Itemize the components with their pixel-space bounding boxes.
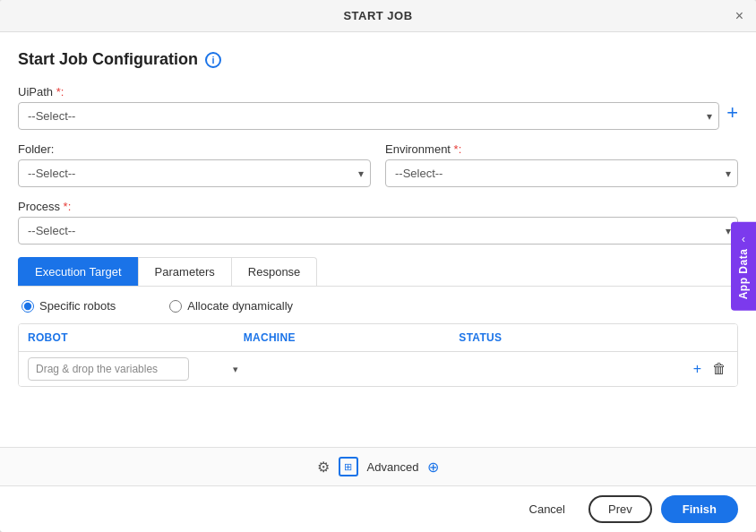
- drag-drop-select[interactable]: Drag & drop the variables: [28, 357, 189, 381]
- tab-parameters[interactable]: Parameters: [138, 257, 232, 286]
- table-header: ROBOT MACHINE STATUS: [19, 324, 737, 352]
- uipath-add-button[interactable]: +: [726, 101, 738, 130]
- drag-drop-select-wrapper: Drag & drop the variables ▾: [28, 357, 244, 381]
- folder-environment-row: Folder: --Select-- ▾ Environment *: --Se…: [18, 142, 738, 187]
- advanced-plus-icon[interactable]: ⊕: [427, 459, 439, 476]
- side-panel-label: App Data: [737, 249, 750, 300]
- tab-execution-target[interactable]: Execution Target: [18, 257, 139, 286]
- app-data-side-panel[interactable]: ‹ App Data: [731, 222, 756, 311]
- gear-icon: ⚙: [317, 459, 330, 476]
- process-select-wrapper: --Select-- ▾: [18, 217, 738, 245]
- process-form-group: Process *: --Select-- ▾: [18, 200, 738, 245]
- modal-footer: Cancel Prev Finish: [0, 485, 756, 532]
- allocate-dynamically-radio[interactable]: [169, 300, 182, 313]
- process-label: Process *:: [18, 200, 738, 213]
- allocate-dynamically-label: Allocate dynamically: [187, 299, 293, 313]
- table-row: Drag & drop the variables ▾ + 🗑: [19, 352, 737, 386]
- cancel-button[interactable]: Cancel: [515, 496, 580, 522]
- environment-label: Environment *:: [385, 142, 738, 156]
- table-header-status: STATUS: [459, 331, 674, 344]
- advanced-label: Advanced: [367, 460, 419, 474]
- finish-button[interactable]: Finish: [661, 495, 738, 523]
- advanced-bar: ⚙ ⊞ Advanced ⊕: [0, 447, 756, 485]
- drag-drop-chevron-icon: ▾: [233, 364, 238, 375]
- modal-body: Start Job Configuration i UiPath *: --Se…: [0, 32, 756, 447]
- close-button[interactable]: ×: [735, 9, 743, 23]
- specific-robots-radio[interactable]: [21, 300, 34, 313]
- modal-title: START JOB: [343, 9, 412, 22]
- environment-required: *:: [451, 142, 461, 156]
- square-icon: ⊞: [339, 457, 358, 476]
- folder-select-wrapper: --Select-- ▾: [18, 159, 371, 187]
- environment-select-wrapper: --Select-- ▾: [385, 159, 738, 187]
- process-row: Process *: --Select-- ▾: [18, 200, 738, 245]
- table-header-actions: [674, 331, 728, 344]
- tabs-bar: Execution Target Parameters Response: [18, 257, 738, 287]
- side-panel-arrow-icon: ‹: [742, 233, 745, 245]
- process-select[interactable]: --Select--: [18, 217, 738, 245]
- table-header-robot: ROBOT: [28, 331, 244, 344]
- folder-select[interactable]: --Select--: [18, 159, 371, 187]
- folder-form-group: Folder: --Select-- ▾: [18, 142, 371, 187]
- prev-button[interactable]: Prev: [588, 495, 652, 523]
- process-required: *:: [60, 200, 71, 213]
- delete-row-button[interactable]: 🗑: [710, 359, 728, 379]
- folder-label: Folder:: [18, 142, 371, 156]
- uipath-required: *:: [53, 85, 64, 99]
- environment-form-group: Environment *: --Select-- ▾: [385, 142, 738, 187]
- specific-robots-option[interactable]: Specific robots: [21, 299, 116, 313]
- add-row-button[interactable]: +: [692, 359, 703, 379]
- table-header-machine: MACHINE: [244, 331, 460, 344]
- allocate-dynamically-option[interactable]: Allocate dynamically: [169, 299, 293, 313]
- specific-robots-label: Specific robots: [39, 299, 116, 313]
- uipath-select[interactable]: --Select--: [18, 102, 719, 130]
- uipath-select-wrapper: --Select-- ▾: [18, 102, 719, 130]
- robot-table: ROBOT MACHINE STATUS Drag & drop the var…: [18, 323, 738, 387]
- uipath-label: UiPath *:: [18, 85, 719, 99]
- table-row-actions: + 🗑: [674, 359, 728, 379]
- tab-response[interactable]: Response: [231, 257, 318, 286]
- radio-row: Specific robots Allocate dynamically: [18, 299, 738, 313]
- modal-container: START JOB × Start Job Configuration i Ui…: [0, 0, 756, 532]
- section-title-text: Start Job Configuration: [18, 50, 198, 69]
- environment-select[interactable]: --Select--: [385, 159, 738, 187]
- modal-header: START JOB ×: [0, 0, 756, 32]
- section-title-row: Start Job Configuration i: [18, 50, 738, 69]
- info-icon[interactable]: i: [205, 52, 221, 68]
- uipath-row: UiPath *: --Select-- ▾ +: [18, 85, 738, 130]
- uipath-form-group: UiPath *: --Select-- ▾: [18, 85, 719, 130]
